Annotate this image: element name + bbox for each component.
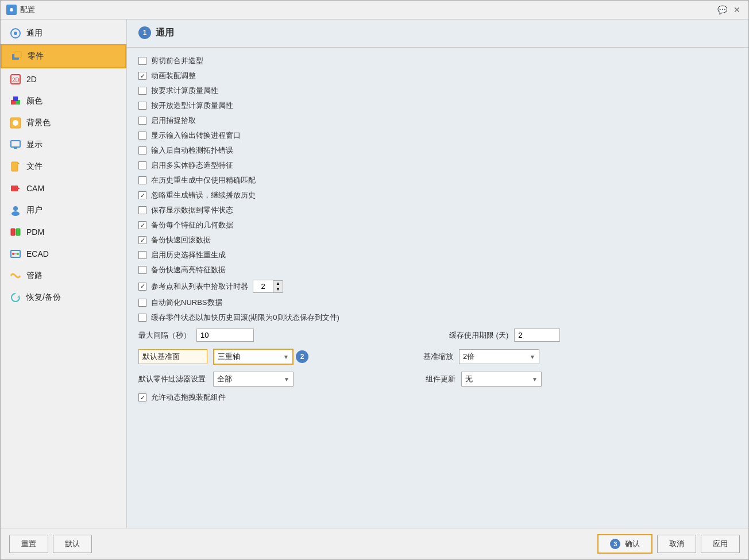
sidebar-item-2d[interactable]: 2D 2D: [1, 68, 126, 90]
default-filter-select[interactable]: 全部 ▼: [213, 372, 294, 387]
base-scale-group: 基准缩放 2倍 ▼: [423, 349, 539, 364]
option-row-12: 备份每个特征的几何数据: [138, 218, 737, 233]
checkbox-9[interactable]: [138, 176, 146, 184]
main-window: 配置 💬 ✕ 通用 零件 2D: [0, 0, 749, 560]
file-icon: [9, 160, 22, 173]
sidebar-item-pipe[interactable]: 管路: [1, 265, 126, 287]
checkbox-cache[interactable]: [138, 314, 146, 322]
display-icon: [9, 138, 22, 151]
option-label-drag: 允许动态拖拽装配组件: [151, 392, 226, 403]
checkbox-11[interactable]: [138, 206, 146, 214]
component-update-label: 组件更新: [426, 374, 455, 384]
default-filter-label: 默认零件过滤器设置: [138, 374, 207, 384]
apply-button[interactable]: 应用: [701, 535, 740, 553]
timer-label: 参考点和从列表中拾取计时器: [151, 281, 248, 292]
sidebar-item-general[interactable]: 通用: [1, 22, 126, 44]
base-scale-select[interactable]: 2倍 ▼: [459, 349, 539, 364]
main-panel: 1 通用 剪切前合并造型 动画装配调整 按要求计算质量属性: [127, 20, 748, 528]
spinner-down[interactable]: ▼: [273, 287, 283, 292]
default-filter-value: 全部: [217, 374, 232, 384]
checkbox-8[interactable]: [138, 161, 146, 169]
checkbox-nurbs[interactable]: [138, 299, 146, 307]
sidebar-item-pdm[interactable]: PDM: [1, 221, 126, 243]
option-row-11: 保存显示数据到零件状态: [138, 203, 737, 218]
svg-point-19: [13, 206, 18, 211]
sidebar: 通用 零件 2D 2D: [1, 20, 127, 528]
sidebar-item-part[interactable]: 零件: [1, 44, 126, 68]
option-label-4: 按开放造型计算质量属性: [151, 101, 233, 111]
sidebar-item-cam[interactable]: CAM: [1, 177, 126, 199]
option-row-1: 剪切前合并造型: [138, 53, 737, 68]
component-update-select[interactable]: 无 ▼: [461, 372, 542, 387]
checkbox-15[interactable]: [138, 266, 146, 274]
option-row-2: 动画装配调整: [138, 68, 737, 83]
checkbox-drag[interactable]: [138, 393, 146, 401]
app-icon: [6, 5, 17, 15]
window-title: 配置: [20, 5, 35, 15]
default-plane-select[interactable]: 三重轴 ▼: [213, 349, 294, 365]
cache-expire-input[interactable]: 2: [514, 329, 560, 342]
sidebar-item-color[interactable]: 颜色: [1, 90, 126, 112]
default-button[interactable]: 默认: [53, 535, 92, 553]
option-label-10: 忽略重生成错误，继续播放历史: [151, 190, 256, 200]
option-row-cache: 缓存零件状态以加快历史回滚(期限为0则状态保存到文件): [138, 310, 737, 325]
base-scale-label: 基准缩放: [423, 352, 453, 362]
checkbox-3[interactable]: [138, 87, 146, 95]
option-label-13: 备份快速回滚数据: [151, 235, 211, 245]
option-row-4: 按开放造型计算质量属性: [138, 98, 737, 113]
checkbox-7[interactable]: [138, 146, 146, 155]
max-interval-label: 最大间隔（秒）: [138, 330, 191, 341]
checkbox-5[interactable]: [138, 117, 146, 125]
sidebar-item-user[interactable]: 用户: [1, 199, 126, 221]
ecad-icon: [9, 248, 22, 260]
sidebar-item-restore[interactable]: 恢复/备份: [1, 287, 126, 308]
checkbox-4[interactable]: [138, 102, 146, 110]
user-icon: [9, 204, 22, 217]
max-interval-group: 最大间隔（秒） 10: [138, 329, 254, 342]
checkbox-timer[interactable]: [138, 283, 146, 291]
checkbox-1[interactable]: [138, 57, 146, 65]
general-icon: [9, 27, 22, 40]
sidebar-label-display: 显示: [26, 140, 43, 150]
option-row-7: 输入后自动检测拓扑错误: [138, 143, 737, 158]
option-row-8: 启用多实体静态造型特征: [138, 158, 737, 173]
spinner-up[interactable]: ▲: [273, 281, 283, 287]
pdm-icon: [9, 226, 22, 238]
option-row-10: 忽略重生成错误，继续播放历史: [138, 188, 737, 203]
option-row-14: 启用历史选择性重生成: [138, 248, 737, 262]
checkbox-13[interactable]: [138, 236, 146, 244]
checkbox-12[interactable]: [138, 221, 146, 229]
timer-input[interactable]: 2: [253, 280, 273, 293]
sidebar-label-color: 颜色: [26, 96, 43, 106]
sidebar-item-background[interactable]: 背景色: [1, 112, 126, 134]
checkbox-10[interactable]: [138, 191, 146, 199]
main-header: 1 通用: [127, 20, 748, 48]
sidebar-label-ecad: ECAD: [26, 249, 49, 258]
close-button[interactable]: ✕: [731, 4, 743, 16]
sidebar-item-display[interactable]: 显示: [1, 134, 126, 156]
checkbox-6[interactable]: [138, 132, 146, 140]
chevron-down-icon-2: ▼: [530, 354, 535, 360]
svg-point-25: [17, 253, 19, 255]
content-area: 通用 零件 2D 2D: [1, 20, 748, 528]
cache-expire-group: 缓存使用期限 (天) 2: [449, 329, 560, 342]
title-bar: 配置 💬 ✕: [1, 1, 748, 20]
sidebar-label-background: 背景色: [26, 118, 51, 128]
sidebar-item-ecad[interactable]: ECAD: [1, 243, 126, 265]
checkbox-14[interactable]: [138, 251, 146, 259]
sidebar-item-file[interactable]: 文件: [1, 156, 126, 177]
reset-button[interactable]: 重置: [9, 535, 48, 553]
option-label-3: 按要求计算质量属性: [151, 86, 218, 96]
option-row-15: 备份快速高亮特征数据: [138, 262, 737, 277]
component-update-group: 组件更新 无 ▼: [426, 372, 542, 387]
checkbox-2[interactable]: [138, 72, 146, 80]
svg-marker-27: [17, 295, 20, 298]
sidebar-label-2d: 2D: [26, 75, 37, 84]
svg-rect-13: [11, 141, 20, 147]
cancel-button[interactable]: 取消: [657, 535, 696, 553]
chat-button[interactable]: 💬: [716, 4, 728, 16]
badge-3: 3: [610, 539, 620, 549]
max-interval-input[interactable]: 10: [196, 329, 254, 342]
badge-1: 1: [138, 26, 151, 39]
ok-button[interactable]: 3 确认: [597, 534, 653, 554]
